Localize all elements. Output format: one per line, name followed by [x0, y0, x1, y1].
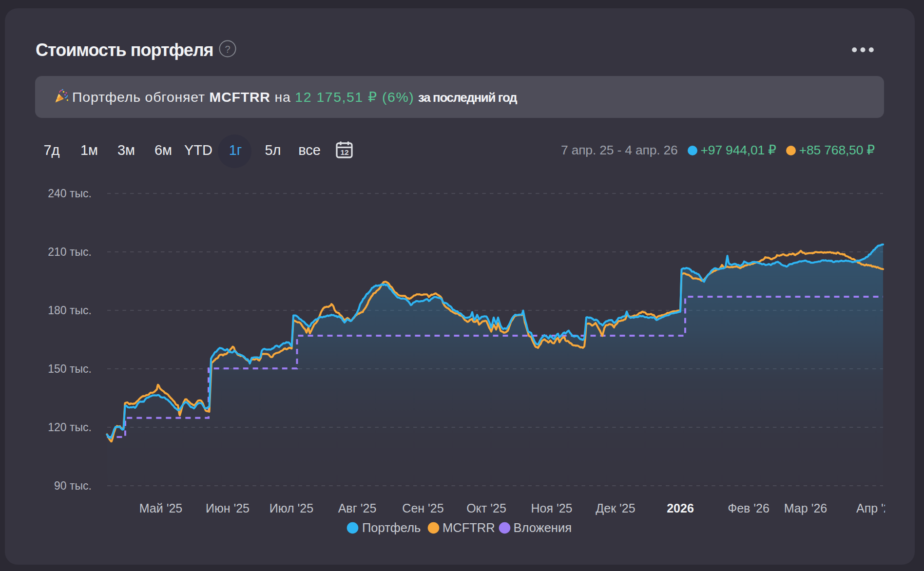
- svg-text:Фев '26: Фев '26: [728, 501, 770, 515]
- svg-text:Апр '26: Апр '26: [856, 501, 885, 515]
- svg-text:Авг '25: Авг '25: [338, 501, 377, 515]
- svg-text:Мар '26: Мар '26: [784, 501, 827, 515]
- svg-text:Ноя '25: Ноя '25: [531, 501, 572, 515]
- svg-text:Вложения: Вложения: [514, 521, 572, 534]
- svg-text:150 тыс.: 150 тыс.: [48, 362, 92, 375]
- svg-text:Окт '25: Окт '25: [466, 501, 506, 515]
- svg-text:Портфель: Портфель: [362, 521, 421, 534]
- svg-text:240 тыс.: 240 тыс.: [48, 187, 92, 200]
- svg-text:MCFTRR: MCFTRR: [443, 521, 495, 534]
- svg-text:210 тыс.: 210 тыс.: [48, 246, 92, 258]
- svg-text:90 тыс.: 90 тыс.: [54, 479, 92, 492]
- svg-text:Июн '25: Июн '25: [206, 501, 250, 515]
- svg-text:Июл '25: Июл '25: [270, 501, 313, 515]
- svg-text:120 тыс.: 120 тыс.: [48, 421, 92, 434]
- svg-text:180 тыс.: 180 тыс.: [48, 304, 92, 317]
- svg-text:Дек '25: Дек '25: [596, 501, 635, 515]
- svg-text:Май '25: Май '25: [139, 501, 183, 515]
- svg-text:2026: 2026: [667, 501, 694, 515]
- svg-text:Сен '25: Сен '25: [402, 501, 443, 515]
